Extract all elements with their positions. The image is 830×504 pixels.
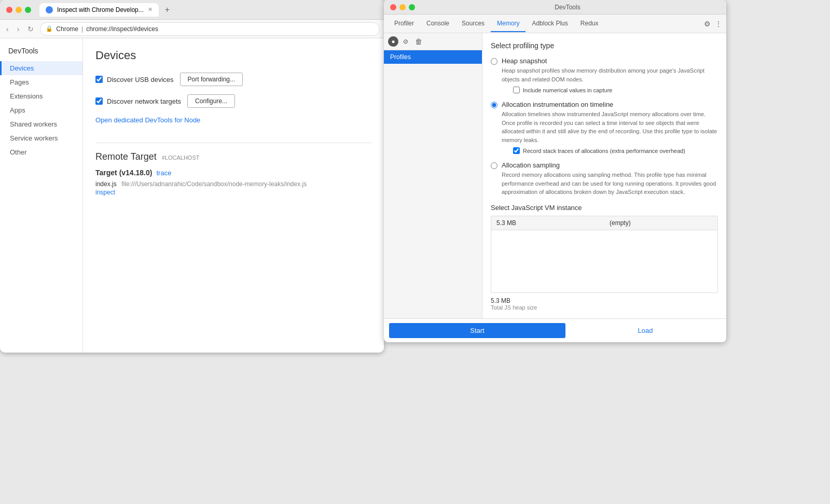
devtools-title: DevTools [415,4,720,11]
discover-usb-label[interactable]: Discover USB devices [95,76,174,83]
discover-network-checkbox[interactable] [95,97,103,105]
devtools-close-button[interactable] [390,4,396,10]
vm-table-body [491,230,717,292]
file-row: index.js file:///Users/adnanrahic/Code/s… [95,180,371,196]
new-tab-button[interactable]: + [165,5,170,15]
allocation-timeline-label[interactable]: Allocation instrumentation on timeline [502,101,718,108]
heap-stats: 5.3 MB Total JS heap size [491,297,718,311]
allocation-sampling-label[interactable]: Allocation sampling [502,161,718,169]
minimize-button[interactable] [16,7,22,13]
back-button[interactable]: ‹ [4,23,11,35]
remote-target-header: Remote Target #LOCALHOST [95,151,371,162]
inspect-sidebar: DevTools Devices Pages Extensions Apps S… [0,38,83,353]
record-stack-traces-row: Record stack traces of allocations (extr… [513,147,718,154]
discover-usb-checkbox[interactable] [95,76,103,83]
devtools-maximize-button[interactable] [409,4,415,10]
include-numerical-row: Include numerical values in capture [513,87,718,93]
configure-button[interactable]: Configure... [187,94,235,108]
target-name: Target (v14.18.0) [95,169,152,177]
remote-target-title: Remote Target [95,151,157,162]
remote-target-badge: #LOCALHOST [162,155,200,161]
devtools-minimize-button[interactable] [399,4,406,10]
inspect-main: Devices Discover USB devices Port forwar… [83,38,384,353]
vm-table: 5.3 MB (empty) [491,216,718,293]
allocation-timeline-radio[interactable] [491,102,497,108]
devtools-traffic-lights [390,4,415,10]
heap-snapshot-label[interactable]: Heap snapshot [502,57,718,65]
allocation-sampling-radio-row: Allocation sampling Record memory alloca… [491,161,718,197]
devtools-toolbar-icons: ⚙ ⋮ [704,20,722,28]
include-numerical-label: Include numerical values in capture [523,87,612,93]
sidebar-item-apps[interactable]: Apps [0,103,82,117]
heap-snapshot-desc: Heap snapshot profiles show memory distr… [502,67,704,82]
record-stack-traces-checkbox[interactable] [513,147,520,154]
heap-snapshot-radio-row: Heap snapshot Heap snapshot profiles sho… [491,57,718,93]
devtools-sidebar: ● ⊘ 🗑 Profiles [384,33,482,318]
allocation-timeline-desc: Allocation timelines show instrumented J… [502,111,717,143]
devtools-body: ● ⊘ 🗑 Profiles Select profiling type Hea… [384,33,726,318]
heap-size-label: Total JS heap size [491,304,718,311]
sidebar-item-other[interactable]: Other [0,145,82,159]
vm-section-title: Select JavaScript VM instance [491,204,718,212]
index-js-label: index.js [95,180,117,188]
tab-redux[interactable]: Redux [574,16,605,32]
open-devtools-link[interactable]: Open dedicated DevTools for Node [95,116,200,124]
browser-toolbar: ‹ › ↻ 🔒 Chrome | chrome://inspect/#devic… [0,20,384,38]
more-icon[interactable]: ⋮ [715,20,722,28]
sidebar-item-shared-workers[interactable]: Shared workers [0,117,82,131]
heap-snapshot-option: Heap snapshot Heap snapshot profiles sho… [491,57,718,93]
include-numerical-checkbox[interactable] [513,87,520,93]
load-button[interactable]: Load [570,327,721,334]
sidebar-item-pages[interactable]: Pages [0,75,82,89]
browser-titlebar: Inspect with Chrome Develop... ✕ + [0,0,384,20]
port-forwarding-button[interactable]: Port forwarding... [180,73,243,86]
allocation-timeline-option: Allocation instrumentation on timeline A… [491,101,718,154]
allocation-timeline-radio-row: Allocation instrumentation on timeline A… [491,101,718,154]
tab-close-icon[interactable]: ✕ [148,6,153,13]
discover-usb-row: Discover USB devices Port forwarding... [95,73,371,86]
vm-col2-header: (empty) [604,216,717,230]
sidebar-item-devices[interactable]: Devices [0,61,82,75]
address-path: chrome://inspect/#devices [86,25,158,33]
profiling-type-title: Select profiling type [491,41,718,50]
target-row: Target (v14.18.0) trace [95,169,371,177]
maximize-button[interactable] [25,7,31,13]
close-button[interactable] [6,7,12,13]
vm-table-header: 5.3 MB (empty) [491,216,717,230]
tab-profiler[interactable]: Profiler [388,16,420,32]
tab-console[interactable]: Console [420,16,455,32]
tab-adblock[interactable]: Adblock Plus [525,16,574,32]
address-bar[interactable]: 🔒 Chrome | chrome://inspect/#devices [40,22,380,36]
devtools-tabs: Profiler Console Sources Memory Adblock … [384,15,726,33]
devtools-titlebar: DevTools [384,0,726,15]
file-path: file:///Users/adnanrahic/Code/sandbox/no… [121,180,307,188]
start-button[interactable]: Start [389,323,565,338]
stop-button[interactable]: ⊘ [400,36,411,47]
sidebar-item-extensions[interactable]: Extensions [0,89,82,103]
address-protocol: Chrome [56,25,78,33]
heap-size-stat: 5.3 MB Total JS heap size [491,297,718,311]
browser-tab[interactable]: Inspect with Chrome Develop... ✕ [39,3,159,17]
trace-link[interactable]: trace [156,169,171,177]
delete-button[interactable]: 🗑 [415,37,422,46]
divider [95,143,371,143]
tab-sources[interactable]: Sources [455,16,491,32]
inspect-link[interactable]: inspect [95,189,371,196]
allocation-sampling-radio[interactable] [491,162,497,169]
heap-snapshot-radio[interactable] [491,58,497,65]
traffic-lights [6,7,31,13]
tab-title: Inspect with Chrome Develop... [57,6,144,13]
profiles-item[interactable]: Profiles [384,50,482,64]
sidebar-item-service-workers[interactable]: Service workers [0,131,82,145]
browser-window: Inspect with Chrome Develop... ✕ + ‹ › ↻… [0,0,384,353]
discover-network-label[interactable]: Discover network targets [95,97,181,105]
settings-icon[interactable]: ⚙ [704,20,711,28]
lock-icon: 🔒 [46,25,53,32]
tab-memory[interactable]: Memory [491,16,525,32]
devtools-footer: Start Load [384,318,726,342]
forward-button[interactable]: › [15,23,22,35]
reload-button[interactable]: ↻ [25,23,36,35]
record-button[interactable]: ● [388,36,398,47]
devtools-panel: DevTools Profiler Console Sources Memory… [384,0,726,342]
inspect-page: DevTools Devices Pages Extensions Apps S… [0,38,384,353]
